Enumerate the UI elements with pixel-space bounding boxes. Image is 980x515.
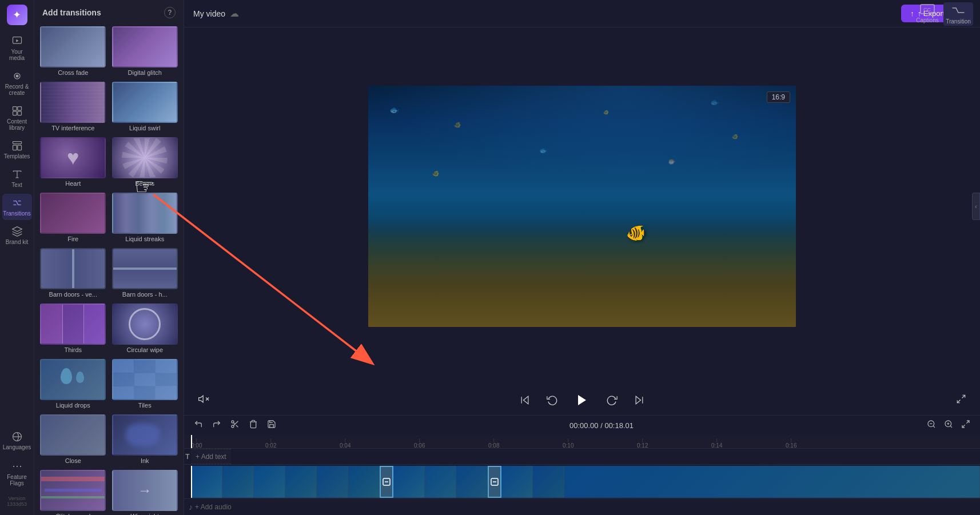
sidebar-label-brand: Brand kit <box>6 239 28 245</box>
wipe-right-label: Wipe right <box>130 513 159 515</box>
zoom-out-icon <box>927 420 936 429</box>
skip-back-button[interactable] <box>517 392 533 408</box>
svg-line-22 <box>957 400 960 402</box>
add-audio-label: + Add audio <box>195 503 232 511</box>
transition-fire[interactable]: Fire <box>39 191 107 243</box>
transition-circular-wipe[interactable]: Circular wipe <box>111 302 180 354</box>
aspect-ratio-badge[interactable]: 16:9 <box>767 91 790 103</box>
video-clip-1[interactable] <box>191 466 380 498</box>
zoom-in-button[interactable] <box>941 418 956 433</box>
cut-button[interactable] <box>228 418 242 433</box>
glitch-reveal-label: Glitch reveal <box>55 513 90 515</box>
transitions-scroll[interactable]: Cross fade Digital glitch TV interferenc… <box>34 25 184 515</box>
transition-marker-1[interactable] <box>380 466 393 498</box>
undo-button[interactable] <box>191 418 206 433</box>
transition-thirds[interactable]: Thirds <box>39 302 107 354</box>
transition-side-button[interactable]: Transition <box>943 2 973 26</box>
mute-button[interactable] <box>196 391 212 410</box>
sidebar-item-templates[interactable]: Templates <box>2 137 32 163</box>
transition-box-icon-2 <box>490 477 499 486</box>
panel-title: Add transitions <box>42 8 101 17</box>
sidebar-label-text: Text <box>11 182 22 188</box>
zoom-in-icon <box>944 420 953 429</box>
transition-cross-fade[interactable]: Cross fade <box>39 25 107 77</box>
fit-timeline-button[interactable] <box>958 418 973 433</box>
skip-back-icon <box>519 394 531 406</box>
save-button[interactable] <box>264 418 279 433</box>
transition-heart[interactable]: Heart <box>39 136 107 188</box>
panel-header: Add transitions ? <box>34 0 184 25</box>
forward-button[interactable] <box>604 392 620 408</box>
liquid-drops-thumb <box>40 359 106 400</box>
sidebar-item-feature-flags[interactable]: ⋯ FeatureFlags <box>2 456 32 490</box>
transition-tiles[interactable]: Tiles <box>111 358 180 410</box>
tiles-label: Tiles <box>138 402 152 409</box>
transition-marker-2[interactable] <box>488 466 501 498</box>
captions-button[interactable]: CC Captions <box>914 2 941 23</box>
sidebar-item-languages[interactable]: Languages <box>2 428 32 454</box>
captions-label: Captions <box>916 17 938 23</box>
barn-doors-h-label: Barn doors - h... <box>122 291 168 298</box>
transition-tv-interference[interactable]: TV interference <box>39 81 107 133</box>
project-title-area: My video ☁ <box>193 8 239 19</box>
skip-forward-button[interactable] <box>631 392 647 408</box>
liquid-swirl-label: Liquid swirl <box>129 125 160 131</box>
transition-liquid-swirl[interactable]: Liquid swirl <box>111 81 180 133</box>
zoom-controls <box>924 418 973 433</box>
transition-close[interactable]: Close <box>39 413 107 465</box>
transition-liquid-streaks[interactable]: Liquid streaks <box>111 191 180 243</box>
play-button[interactable] <box>572 390 592 410</box>
library-icon <box>11 105 23 117</box>
barn-doors-v-thumb <box>40 248 106 289</box>
tv-interference-label: TV interference <box>51 125 94 131</box>
transition-liquid-drops[interactable]: Liquid drops <box>39 358 107 410</box>
sidebar-label-flags: FeatureFlags <box>7 474 26 486</box>
heart-label: Heart <box>65 180 81 187</box>
skip-forward-icon <box>634 394 645 406</box>
audio-note-icon: ♪ <box>189 502 193 512</box>
video-clip-3[interactable] <box>501 466 980 498</box>
flags-icon: ⋯ <box>12 460 22 472</box>
video-clip-2[interactable] <box>393 466 488 498</box>
sidebar-item-content-library[interactable]: Contentlibrary <box>2 102 32 134</box>
svg-line-21 <box>962 395 965 398</box>
beams-label: Beams <box>135 180 154 187</box>
languages-icon <box>11 431 23 442</box>
transition-wipe-right[interactable]: Wipe right <box>111 469 180 515</box>
transition-digital-glitch[interactable]: Digital glitch <box>111 25 180 77</box>
transition-barn-doors-v[interactable]: Barn doors - ve... <box>39 247 107 299</box>
mute-icon <box>198 393 209 405</box>
collapse-panel-button[interactable]: ‹ <box>972 193 980 220</box>
transition-glitch-reveal[interactable]: Glitch reveal <box>39 469 107 515</box>
barn-doors-v-label: Barn doors - ve... <box>49 291 97 298</box>
redo-button[interactable] <box>209 418 224 433</box>
add-audio-button[interactable]: ♪ + Add audio <box>184 499 980 515</box>
zoom-out-button[interactable] <box>924 418 939 433</box>
sidebar-item-record[interactable]: Record &create <box>2 67 32 99</box>
fullscreen-button[interactable] <box>954 392 969 409</box>
thirds-thumb <box>40 304 106 345</box>
templates-icon <box>11 140 23 151</box>
circular-wipe-thumb <box>112 304 178 345</box>
delete-button[interactable] <box>246 418 261 433</box>
play-icon <box>575 393 589 407</box>
barn-doors-h-thumb <box>112 248 178 289</box>
sidebar-item-brand-kit[interactable]: Brand kit <box>2 222 32 249</box>
sidebar-item-text[interactable]: Text <box>2 165 32 191</box>
sidebar-item-your-media[interactable]: Your media <box>2 32 32 65</box>
transition-barn-doors-h[interactable]: Barn doors - h... <box>111 247 180 299</box>
video-clips-container <box>191 466 980 498</box>
ruler-mark-14: 0:14 <box>711 437 722 449</box>
replay-button[interactable] <box>544 392 560 408</box>
sidebar-item-transitions[interactable]: Transitions <box>2 194 32 220</box>
aspect-ratio-value: 16:9 <box>772 93 785 101</box>
transition-ink[interactable]: Ink <box>111 413 180 465</box>
transition-box-icon <box>382 477 391 486</box>
digital-glitch-thumb <box>112 26 178 67</box>
transition-beams[interactable]: Beams <box>111 136 180 188</box>
add-text-button[interactable]: + Add text <box>191 449 231 464</box>
sidebar-label-templates: Templates <box>4 153 30 159</box>
ruler-mark-16: 0:16 <box>786 437 796 449</box>
help-icon[interactable]: ? <box>164 7 176 18</box>
liquid-swirl-thumb <box>112 82 178 123</box>
